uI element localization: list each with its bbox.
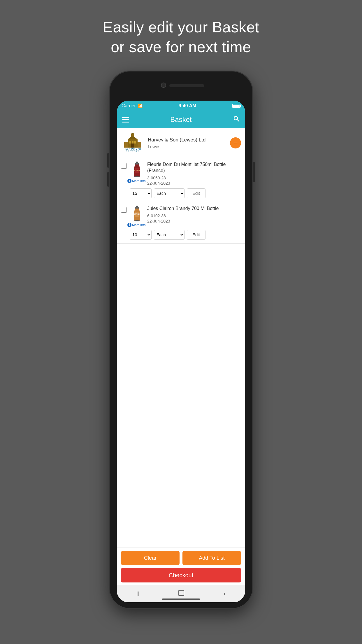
search-button[interactable]	[233, 115, 240, 124]
battery-indicator	[232, 104, 240, 108]
unit-select-1[interactable]: Each Case Box	[154, 188, 184, 198]
product-code-1: 3-0069-28	[147, 176, 241, 180]
more-info-label-2: More Info.	[132, 223, 147, 227]
quantity-select-1[interactable]: 15 151020	[130, 188, 152, 198]
product-controls-2: 10 151520 Each Case Box Edit	[130, 230, 241, 240]
svg-point-18	[134, 176, 140, 177]
app-bar: Basket	[117, 111, 245, 128]
svg-point-23	[134, 220, 140, 221]
product-top-row: FLEURIE i More Info. Fleurie Dom Du Mont…	[121, 162, 241, 186]
svg-rect-6	[129, 141, 131, 144]
svg-rect-4	[131, 134, 134, 136]
menu-button[interactable]	[122, 117, 129, 123]
svg-text:BREWERY: BREWERY	[126, 150, 139, 152]
svg-marker-5	[131, 133, 134, 134]
product-item: FLEURIE i More Info. Fleurie Dom Du Mont…	[117, 158, 245, 202]
svg-text:FLEURIE: FLEURIE	[134, 169, 140, 171]
supplier-location: Lewes,	[148, 144, 226, 149]
minus-icon: −	[233, 139, 238, 147]
home-button[interactable]	[178, 589, 185, 598]
svg-rect-10	[124, 142, 128, 148]
harveys-logo: HARVEY'S BREWERY	[121, 133, 144, 153]
hamburger-line-1	[122, 117, 129, 118]
content-area: HARVEY'S BREWERY Harvey & Son (Lewes) Lt…	[117, 128, 245, 602]
back-button[interactable]: ‹	[224, 590, 226, 598]
product-top-row-2: BRANDY i More Info. Jules Clairon Brandy…	[121, 206, 241, 227]
checkout-button[interactable]: Checkout	[121, 568, 241, 582]
phone-power-button	[253, 162, 255, 182]
phone-camera	[161, 83, 166, 88]
action-row: Clear Add To List	[121, 551, 241, 565]
more-info-button-2[interactable]: i More Info.	[127, 223, 147, 227]
phone-vol-down-button	[107, 172, 109, 187]
product-code-2: 6-0102-36	[147, 214, 241, 218]
phone-shell: Carrier 📶 9:40 AM Basket	[110, 71, 252, 608]
battery-fill	[233, 105, 240, 107]
svg-rect-24	[179, 590, 184, 596]
svg-rect-15	[135, 163, 139, 164]
svg-text:BRANDY: BRANDY	[134, 214, 140, 215]
product-image-container-1: FLEURIE i More Info.	[130, 162, 144, 183]
carrier-text: Carrier	[122, 103, 136, 108]
phone-speaker	[169, 84, 204, 87]
wifi-icon: 📶	[138, 104, 143, 108]
bottom-actions: Clear Add To List Checkout	[117, 547, 245, 585]
svg-rect-20	[135, 207, 139, 209]
svg-rect-8	[134, 141, 136, 144]
svg-rect-9	[131, 144, 134, 148]
more-info-label-1: More Info.	[132, 179, 147, 183]
product-controls-1: 15 151020 Each Case Box Edit	[130, 188, 241, 198]
product-item-2: BRANDY i More Info. Jules Clairon Brandy…	[117, 202, 245, 244]
clear-button[interactable]: Clear	[121, 551, 180, 565]
edit-button-2[interactable]: Edit	[187, 230, 205, 240]
info-icon-2: i	[127, 223, 131, 227]
supplier-name: Harvey & Son (Lewes) Ltd	[148, 137, 226, 143]
more-info-button-1[interactable]: i More Info.	[127, 179, 147, 183]
remove-supplier-button[interactable]: −	[230, 137, 241, 148]
hamburger-line-2	[122, 119, 129, 120]
info-icon-1: i	[127, 179, 131, 183]
product-details-1: Fleurie Dom Du Montillet 750ml Bottle (F…	[147, 162, 241, 186]
product-image-container-2: BRANDY i More Info.	[130, 206, 144, 227]
quantity-select-2[interactable]: 10 151520	[130, 230, 152, 240]
headline-line2: or save for next time	[111, 38, 251, 55]
battery-icon	[232, 104, 240, 108]
svg-rect-11	[138, 142, 141, 148]
product-date-1: 22-Jun-2023	[147, 181, 241, 186]
supplier-section: HARVEY'S BREWERY Harvey & Son (Lewes) Lt…	[117, 128, 245, 158]
product-date-2: 22-Jun-2023	[147, 219, 241, 223]
supplier-logo: HARVEY'S BREWERY	[121, 133, 144, 153]
hamburger-line-3	[122, 122, 129, 123]
svg-line-1	[237, 120, 239, 122]
recent-apps-icon: ⦀	[136, 590, 139, 597]
phone-vol-up-button	[107, 153, 109, 168]
headline: Easily edit your Basket or save for next…	[103, 18, 259, 57]
product-checkbox-2[interactable]	[121, 207, 127, 213]
app-bar-title: Basket	[170, 116, 191, 124]
back-icon: ‹	[224, 590, 226, 597]
product-name-2: Jules Clairon Brandy 700 Ml Bottle	[147, 206, 241, 212]
add-to-list-button[interactable]: Add To List	[182, 551, 241, 565]
home-indicator	[162, 598, 200, 600]
product-details-2: Jules Clairon Brandy 700 Ml Bottle 6-010…	[147, 206, 241, 223]
product-checkbox-1[interactable]	[121, 163, 127, 169]
unit-select-2[interactable]: Each Case Box	[154, 230, 184, 240]
recent-apps-button[interactable]: ⦀	[136, 590, 139, 598]
edit-button-1[interactable]: Edit	[187, 188, 205, 198]
headline-line1: Easily edit your Basket	[103, 19, 259, 36]
status-bar: Carrier 📶 9:40 AM	[117, 101, 245, 111]
phone-screen: Carrier 📶 9:40 AM Basket	[117, 101, 245, 602]
empty-space	[117, 244, 245, 547]
carrier-label: Carrier 📶	[122, 103, 143, 108]
status-time: 9:40 AM	[179, 103, 196, 108]
svg-rect-7	[132, 141, 133, 144]
supplier-info: Harvey & Son (Lewes) Ltd Lewes,	[148, 137, 226, 149]
product-name-1: Fleurie Dom Du Montillet 750ml Bottle (F…	[147, 162, 241, 174]
